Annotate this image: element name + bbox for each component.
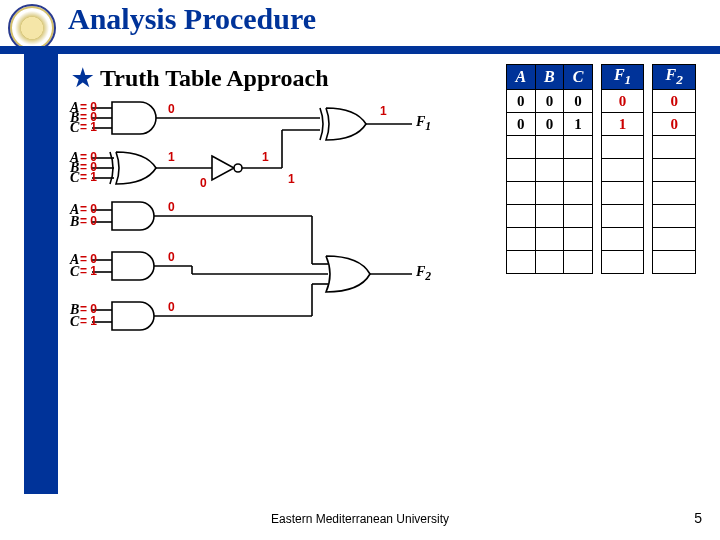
table-row: 00110 — [507, 113, 696, 136]
g2-C-val: = 1 — [80, 170, 97, 184]
output-F1: F1 — [416, 114, 431, 133]
not-gate-icon — [212, 156, 234, 180]
input-label-C: C — [70, 170, 79, 186]
page-number: 5 — [694, 510, 702, 526]
g4-C-val: = 1 — [80, 264, 97, 278]
section-heading: ★Truth Table Approach — [72, 64, 329, 92]
input-label-C: C — [70, 120, 79, 136]
input-label-C: C — [70, 264, 79, 280]
input-label-C: C — [70, 314, 79, 330]
logic-circuit: A B C = 0 = 0 = 1 0 A B C = 0 = 0 = 1 1 … — [72, 96, 452, 406]
and-gate-icon — [112, 202, 154, 230]
truth-table: A B C F1 F2 0000000110 — [506, 64, 696, 274]
g5-out: 0 — [168, 300, 175, 314]
xor-in: 1 — [288, 172, 295, 186]
university-logo-icon — [8, 4, 56, 52]
g4-out: 0 — [168, 250, 175, 264]
table-row — [507, 251, 696, 274]
g1-C-val: = 1 — [80, 120, 97, 134]
col-F2: F2 — [653, 65, 696, 90]
input-label-B: B — [70, 214, 79, 230]
footer-text: Eastern Mediterranean University — [0, 512, 720, 526]
and-gate-icon — [112, 302, 154, 330]
table-row — [507, 159, 696, 182]
col-C: C — [564, 65, 593, 90]
table-row — [507, 228, 696, 251]
g2-out: 1 — [168, 150, 175, 164]
and-gate-icon — [112, 102, 156, 134]
table-row — [507, 136, 696, 159]
section-text: Truth Table Approach — [100, 65, 329, 91]
output-F2: F2 — [416, 264, 431, 283]
col-B: B — [535, 65, 564, 90]
table-header-row: A B C F1 F2 — [507, 65, 696, 90]
col-F1: F1 — [601, 65, 644, 90]
not-out: 1 — [262, 150, 269, 164]
slide: Analysis Procedure ★Truth Table Approach — [0, 0, 720, 540]
g5-C-val: = 1 — [80, 314, 97, 328]
circuit-svg — [72, 96, 452, 406]
or-gate-icon — [326, 256, 370, 292]
f1-wire-val: 1 — [380, 104, 387, 118]
table-row — [507, 182, 696, 205]
table: A B C F1 F2 0000000110 — [506, 64, 696, 274]
g1-out: 0 — [168, 102, 175, 116]
spacer — [592, 65, 601, 90]
col-A: A — [507, 65, 536, 90]
g3-out: 0 — [168, 200, 175, 214]
side-accent-bar — [24, 54, 58, 494]
g3-B-val: = 0 — [80, 214, 97, 228]
title-underline — [0, 46, 720, 54]
xor-gate-icon — [320, 108, 366, 140]
table-row — [507, 205, 696, 228]
table-row: 00000 — [507, 90, 696, 113]
and-gate-icon — [112, 252, 154, 280]
slide-title: Analysis Procedure — [68, 2, 316, 36]
spacer — [644, 65, 653, 90]
not-bubble-icon — [234, 164, 242, 172]
star-bullet-icon: ★ — [72, 65, 94, 91]
xor-gate-icon — [110, 152, 156, 184]
not-post: 0 — [200, 176, 207, 190]
